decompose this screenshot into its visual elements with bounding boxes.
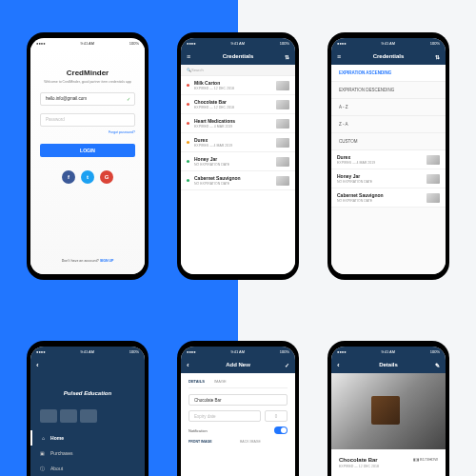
menu-icon[interactable]: ≡: [187, 53, 190, 60]
list-item[interactable]: Cabernet SauvignonNO EXPIRATION DATE: [331, 188, 446, 208]
toggle-switch[interactable]: [274, 426, 288, 434]
header: ≡ Credentials ⇅: [331, 48, 446, 65]
qty-field[interactable]: 0: [265, 410, 288, 422]
status-bar: ●●●●9:41 AM100%: [181, 38, 295, 48]
tab-image[interactable]: IMAGE: [214, 379, 227, 384]
search-input[interactable]: 🔍 Search: [181, 65, 295, 76]
tab-details[interactable]: DETAILS: [188, 379, 205, 384]
brand-logo: Pulsed Education: [30, 390, 145, 396]
facebook-button[interactable]: f: [62, 170, 75, 184]
list-item[interactable]: Cabernet SauvignonNO EXPIRATION DATE: [181, 171, 295, 190]
detail-title-block: Chocolate Bar EXPIRED — 12 DEC 2018 ▮▯▮ …: [331, 449, 446, 476]
list-item[interactable]: Chocolate BarEXPIRED — 12 DEC 2018: [181, 95, 295, 114]
phone-details: ●●●●9:41 AM100% ‹ Details ✎ Chocolate Ba…: [327, 341, 449, 476]
status-bar: ●●●●9:41 AM100%: [30, 347, 145, 356]
credentials-list: Milk CartonEXPIRED — 12 DEC 2018 Chocola…: [181, 76, 295, 274]
phone-login: ●●●●9:41 AM100% CredMinder Welcome to Cr…: [27, 32, 149, 280]
phone-addnew: ●●●●9:41 AM100% ‹ Add New ✓ DETAILS IMAG…: [177, 341, 299, 476]
drawer-item-home[interactable]: ⌂Home: [30, 430, 145, 446]
edit-icon[interactable]: ✎: [435, 362, 440, 368]
twitter-button[interactable]: t: [81, 170, 94, 184]
back-icon[interactable]: ‹: [187, 361, 189, 369]
save-icon[interactable]: ✓: [285, 362, 289, 368]
expiry-field[interactable]: Expiry date: [188, 410, 261, 422]
list-item[interactable]: Heart MedicationsEXPIRED — 4 MAR 2019: [181, 114, 295, 133]
status-bar: ●●●●9:41 AM100%: [181, 347, 295, 356]
drawer-item-about[interactable]: ⓘAbout: [30, 461, 145, 476]
info-icon: ⓘ: [40, 466, 45, 471]
sort-icon[interactable]: ⇅: [435, 53, 440, 60]
back-icon[interactable]: ‹: [36, 361, 39, 369]
list-item[interactable]: DurexEXPIRES — 4 MAR 2019: [181, 133, 295, 152]
filter-option[interactable]: CUSTOM: [331, 133, 446, 150]
phone-credentials: ●●●●9:41 AM100% ≡ Credentials ⇅ 🔍 Search…: [177, 32, 299, 280]
bag-icon: ▣: [40, 450, 45, 456]
filter-option[interactable]: EXPIRATION ASCENDING: [331, 65, 446, 82]
header: ‹: [30, 356, 145, 373]
forgot-password-link[interactable]: Forgot password?: [109, 130, 135, 134]
filter-option[interactable]: Z - A: [331, 116, 446, 133]
form: DETAILS IMAGE Chocolate Bar Expiry date …: [181, 373, 295, 476]
social-row: f t G: [62, 170, 113, 184]
drawer: Pulsed Education ⌂Home ▣Purchases ⓘAbout…: [30, 373, 145, 476]
status-bar: ●●●●9:41 AM100%: [331, 347, 446, 356]
tagline: Welcome to CredMinder, good partner item…: [44, 80, 131, 85]
status-bar: ●●●●9:41 AM100%: [331, 38, 446, 48]
filter-option[interactable]: A - Z: [331, 99, 446, 116]
status-bar: ●●●●9:41 AM100%: [30, 38, 145, 48]
google-button[interactable]: G: [100, 170, 113, 184]
login-button[interactable]: LOGIN: [40, 144, 135, 157]
phone-drawer: ●●●●9:41 AM100% ‹ Pulsed Education ⌂Home…: [27, 341, 149, 476]
header: ‹ Add New ✓: [181, 356, 295, 373]
list-item[interactable]: Milk CartonEXPIRED — 12 DEC 2018: [181, 76, 295, 95]
thumb: [276, 81, 289, 90]
app-logo: CredMinder: [67, 69, 109, 77]
header: ≡ Credentials ⇅: [181, 48, 295, 65]
form-tabs: DETAILS IMAGE: [188, 379, 288, 388]
home-icon: ⌂: [42, 435, 45, 441]
sort-icon[interactable]: ⇅: [285, 53, 289, 60]
filter-option[interactable]: EXPIRATION DESCENDING: [331, 82, 446, 99]
back-icon[interactable]: ‹: [337, 361, 340, 369]
check-icon: ✓: [127, 96, 130, 102]
signup-link[interactable]: SIGN UP: [100, 259, 113, 263]
phone-filter: ●●●●9:41 AM100% ≡ Credentials ⇅ EXPIRATI…: [327, 32, 449, 280]
product-image: [331, 373, 446, 449]
name-field[interactable]: Chocolate Bar: [188, 394, 288, 406]
front-image-label: FRONT IMAGE: [188, 440, 236, 444]
barcode: ▮▯▮ B173HDW: [413, 457, 438, 462]
list-item[interactable]: Honey JarNO EXPIRATION DATE: [331, 169, 446, 188]
email-field[interactable]: hello.info@gmail.com✓: [40, 92, 135, 106]
filter-sheet: EXPIRATION ASCENDING EXPIRATION DESCENDI…: [331, 65, 446, 274]
menu-icon[interactable]: ≡: [337, 53, 341, 60]
list-item[interactable]: Honey JarNO EXPIRATION DATE: [181, 152, 295, 171]
drawer-item-purchases[interactable]: ▣Purchases: [30, 446, 145, 461]
list-item[interactable]: DurexEXPIRES — 4 MAR 2019: [331, 150, 446, 169]
header: ‹ Details ✎: [331, 356, 446, 373]
signup-prompt: Don't have an account? SIGN UP: [62, 259, 114, 263]
notification-toggle-row: Notification: [188, 426, 288, 434]
password-field[interactable]: Password: [40, 113, 135, 127]
back-image-label: BACK IMAGE: [240, 440, 288, 444]
